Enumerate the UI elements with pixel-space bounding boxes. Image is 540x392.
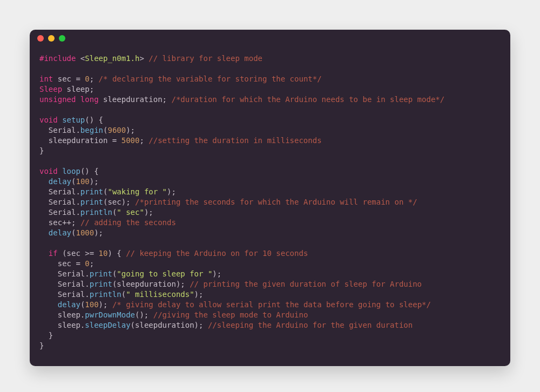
code-token: print	[80, 198, 103, 206]
code-token: );	[194, 290, 204, 299]
code-token: (sleepduration);	[131, 321, 208, 329]
code-line: Serial.println(" milliseconds");	[39, 289, 501, 300]
code-token: Serial.	[39, 208, 80, 217]
code-token: sec	[39, 259, 76, 268]
code-token: println	[90, 290, 122, 299]
code-token: // library for sleep mode	[148, 54, 262, 63]
code-line: delay(100);	[39, 177, 501, 187]
code-token: sleep.	[39, 321, 85, 329]
code-token: "going to sleep for "	[117, 269, 212, 278]
code-token: Serial.	[39, 126, 80, 134]
code-token: loop	[62, 167, 80, 175]
code-line: Sleep sleep;	[39, 84, 501, 94]
code-token: setup	[62, 116, 85, 124]
code-line: Serial.print("going to sleep for ");	[39, 269, 501, 279]
code-token: /*printing the seconds for which the Ard…	[135, 198, 417, 206]
code-token: );	[144, 208, 153, 217]
code-token: ;	[139, 136, 148, 145]
code-token	[39, 249, 49, 258]
code-token: Sleep	[39, 85, 62, 93]
code-token: );	[99, 300, 112, 309]
code-token: sleep	[62, 85, 90, 93]
code-token: 9600	[107, 126, 126, 134]
code-token: Serial.	[39, 280, 90, 288]
code-token: print	[90, 269, 112, 278]
code-token: //giving the sleep mode to Arduino	[153, 310, 308, 319]
maximize-icon[interactable]	[59, 35, 65, 42]
code-token: 100	[76, 177, 89, 186]
code-line: }	[39, 146, 501, 156]
code-line	[39, 238, 501, 248]
code-token: ;	[163, 95, 172, 104]
code-token: () {	[85, 116, 103, 124]
code-token: sec	[39, 218, 62, 227]
code-token	[39, 300, 58, 309]
code-token: int	[39, 75, 53, 83]
code-line	[39, 105, 501, 115]
code-token: void	[39, 116, 58, 124]
code-token: delay	[49, 177, 71, 186]
code-token: ) {	[107, 249, 126, 258]
code-token: println	[80, 208, 112, 217]
code-token: (sec >=	[58, 249, 99, 258]
code-line: }	[39, 341, 501, 351]
code-token: =	[76, 259, 85, 268]
code-line: sleep.pwrDownMode(); //giving the sleep …	[39, 310, 501, 320]
code-token: (sec);	[103, 198, 135, 206]
close-icon[interactable]	[37, 35, 44, 42]
code-line: sec++; // adding the seconds	[39, 218, 501, 228]
code-token: 0	[85, 75, 89, 83]
code-line: Serial.println(" sec");	[39, 207, 501, 218]
code-line: }	[39, 330, 501, 341]
code-token: pwrDownMode	[85, 310, 135, 319]
code-line: delay(100); /* giving delay to allow ser…	[39, 300, 501, 310]
code-line	[39, 156, 501, 166]
code-token: <	[76, 54, 85, 63]
code-editor[interactable]: #include <Sleep_n0m1.h> // library for s…	[30, 47, 510, 366]
code-line: unsigned long sleepduration; /*duration …	[39, 94, 501, 105]
code-token: Serial.	[39, 187, 80, 196]
code-token: =	[112, 136, 122, 145]
code-line: #include <Sleep_n0m1.h> // library for s…	[39, 53, 501, 64]
code-token: ;	[90, 85, 94, 93]
code-token: 100	[85, 300, 98, 309]
code-token: Serial.	[39, 269, 90, 278]
code-token: sec	[53, 75, 76, 83]
code-token: " milliseconds"	[126, 290, 194, 299]
code-token: print	[80, 187, 103, 196]
code-token: if	[49, 249, 58, 258]
code-line: sleep.sleepDelay(sleepduration); //sleep…	[39, 320, 501, 330]
code-line: Serial.print("waking for ");	[39, 187, 501, 197]
code-line: void setup() {	[39, 115, 501, 125]
code-token: //sleeping the Arduino for the given dur…	[208, 321, 413, 329]
code-token: Serial.	[39, 290, 90, 299]
code-token: ;	[90, 75, 99, 83]
code-token: /*duration for which the Arduino needs t…	[171, 95, 444, 104]
code-token: print	[90, 280, 112, 288]
minimize-icon[interactable]	[48, 35, 55, 42]
code-token: // adding the seconds	[80, 218, 176, 227]
code-token: 5000	[122, 136, 140, 145]
code-token: );	[90, 177, 99, 186]
code-line: if (sec >= 10) { // keeping the Arduino …	[39, 248, 501, 259]
code-token: sleepduration	[39, 136, 112, 145]
code-token: );	[212, 269, 221, 278]
code-token: );	[94, 228, 103, 237]
code-token: (sleepduration);	[112, 280, 190, 288]
code-token: Serial.	[39, 198, 80, 206]
code-window: #include <Sleep_n0m1.h> // library for s…	[30, 30, 510, 366]
code-token: " sec"	[117, 208, 144, 217]
code-token: //setting the duration in milliseconds	[148, 136, 321, 145]
code-token: delay	[49, 228, 71, 237]
code-token: void	[39, 167, 58, 175]
code-token: delay	[58, 300, 80, 309]
code-token: /* giving delay to allow serial print th…	[112, 300, 431, 309]
code-token: =	[76, 75, 85, 83]
code-token: // keeping the Arduino on for 10 seconds	[126, 249, 308, 258]
code-line: Serial.begin(9600);	[39, 125, 501, 136]
code-token: 0	[85, 259, 89, 268]
code-token: sleepduration	[99, 95, 163, 104]
code-token: }	[39, 146, 44, 155]
code-token	[39, 177, 49, 186]
titlebar	[30, 30, 510, 47]
